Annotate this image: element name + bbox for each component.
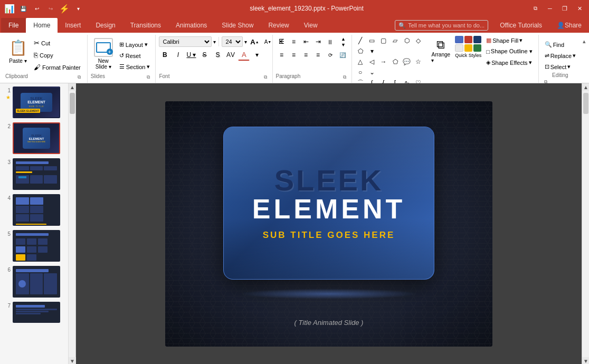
- quick-style-2[interactable]: [464, 36, 472, 43]
- slide-thumb-1[interactable]: SLEEK ELEMENT SUB TITLE SLEEK ELEMENT: [13, 87, 60, 118]
- panel-scroll-thumb[interactable]: [70, 93, 75, 114]
- shape-star-icon[interactable]: ☆: [413, 57, 424, 66]
- panel-scroll-up-button[interactable]: ▲: [69, 83, 76, 91]
- restore-button[interactable]: ❐: [559, 3, 570, 14]
- convert-to-smartart-button[interactable]: 🔄: [337, 49, 348, 61]
- slide-thumb-6[interactable]: [13, 266, 60, 298]
- panel-scroll-down-button[interactable]: ▼: [69, 357, 76, 364]
- decrease-indent-button[interactable]: ⇤: [300, 36, 312, 47]
- shape-oval-icon[interactable]: ○: [355, 68, 366, 77]
- tab-review[interactable]: Review: [261, 18, 296, 33]
- justify-button[interactable]: ≡: [312, 49, 324, 61]
- align-center-button[interactable]: ≡: [288, 49, 300, 61]
- text-highlight-button[interactable]: ▾: [251, 49, 263, 61]
- text-shadow-button[interactable]: S: [212, 49, 223, 61]
- office-tutorials-link[interactable]: Office Tutorials: [492, 18, 549, 33]
- main-slide[interactable]: SLEEK ELEMENT SUB TITLE GOES HERE ( Titl…: [165, 101, 492, 347]
- shape-pentagon-icon[interactable]: ⬠: [390, 57, 401, 66]
- shapes-more-icon[interactable]: ▾: [367, 46, 377, 56]
- save-button[interactable]: 💾: [18, 3, 28, 14]
- slide-item-2[interactable]: 2 SLEEK ELEMENT SUB TITLE GOES HERE: [2, 121, 66, 155]
- arrange-button[interactable]: ⧉ Arrange ▾: [429, 36, 453, 65]
- shape-rect-icon[interactable]: ▭: [367, 36, 377, 45]
- quick-styles-label[interactable]: Quick Styles: [455, 53, 481, 58]
- slide-thumb-5[interactable]: [13, 230, 60, 262]
- font-name-select[interactable]: Calibri: [159, 36, 212, 47]
- shape-rounded-rect-icon[interactable]: ▢: [378, 36, 389, 45]
- font-shrink-button[interactable]: A▼: [262, 36, 273, 47]
- tab-file[interactable]: File: [1, 18, 26, 33]
- close-button[interactable]: ✕: [574, 3, 585, 14]
- text-direction-button[interactable]: ⟳: [325, 49, 336, 61]
- new-slide-button[interactable]: + NewSlide ▾: [91, 36, 116, 72]
- numbered-list-button[interactable]: ≡: [288, 36, 300, 47]
- shape-fill-button[interactable]: ▩ Shape Fill ▾: [483, 36, 535, 45]
- tab-home[interactable]: Home: [26, 18, 58, 33]
- font-size-expand[interactable]: ▾: [244, 39, 247, 45]
- slide-thumb-4[interactable]: [13, 194, 60, 226]
- align-left-button[interactable]: ≡: [276, 49, 288, 61]
- slide-thumb-3[interactable]: [13, 158, 60, 190]
- font-grow-button[interactable]: A▲: [249, 36, 260, 47]
- redo-button[interactable]: ↪: [45, 3, 56, 14]
- select-button[interactable]: ⊡ Select ▾: [542, 62, 574, 71]
- minimize-button[interactable]: ─: [545, 3, 555, 14]
- replace-button[interactable]: ⇌ Replace ▾: [542, 51, 578, 60]
- font-color-button[interactable]: A: [238, 49, 250, 61]
- format-painter-button[interactable]: 🖌 Format Painter: [32, 62, 83, 72]
- canvas-scroll-up-button[interactable]: ▲: [582, 83, 589, 91]
- line-spacing-down-button[interactable]: ▼: [338, 42, 349, 47]
- ribbon-collapse-button[interactable]: ▴: [582, 37, 587, 46]
- quick-style-6[interactable]: [473, 44, 481, 52]
- font-name-expand[interactable]: ▾: [213, 39, 216, 45]
- shape-octagon-icon[interactable]: ⬠: [355, 46, 366, 56]
- line-spacing-up-button[interactable]: ▲: [338, 36, 349, 42]
- quick-style-1[interactable]: [455, 36, 463, 43]
- cut-button[interactable]: ✂ Cut: [32, 38, 83, 48]
- shape-parallelogram-icon[interactable]: ▱: [390, 36, 401, 45]
- find-button[interactable]: 🔍 Find: [542, 40, 567, 49]
- slides-expand-icon[interactable]: ⧉: [145, 73, 152, 81]
- bold-button[interactable]: B: [159, 49, 170, 61]
- shapes-scroll-icon[interactable]: ⌄: [367, 68, 377, 77]
- quick-style-3[interactable]: [473, 36, 481, 43]
- paste-button[interactable]: 📋 Paste ▾: [5, 36, 31, 72]
- shape-callout-icon[interactable]: 💬: [402, 57, 412, 66]
- slide-item-4[interactable]: 4: [2, 193, 66, 227]
- shape-diamond-icon[interactable]: ◇: [413, 36, 424, 45]
- font-expand-icon[interactable]: ⧉: [262, 73, 269, 81]
- tab-animations[interactable]: Animations: [168, 18, 214, 33]
- paragraph-expand-icon[interactable]: ⧉: [341, 73, 348, 81]
- align-right-button[interactable]: ≡: [300, 49, 312, 61]
- copy-button[interactable]: ⎘ Copy: [32, 50, 83, 60]
- columns-button[interactable]: ⫼: [325, 36, 336, 47]
- slide-thumb-7[interactable]: [13, 302, 60, 323]
- shape-outline-button[interactable]: □ Shape Outline ▾: [483, 47, 535, 56]
- tab-slideshow[interactable]: Slide Show: [214, 18, 261, 33]
- help-search[interactable]: 🔍 Tell me what you want to do...: [395, 20, 488, 31]
- shape-triangle-icon[interactable]: △: [355, 57, 366, 66]
- reset-button[interactable]: ↺ Reset: [117, 51, 153, 60]
- share-button[interactable]: 👤 Share: [549, 18, 589, 33]
- spacing-button[interactable]: AV: [225, 49, 236, 61]
- italic-button[interactable]: I: [172, 49, 184, 61]
- shape-line-icon[interactable]: ╱: [355, 36, 366, 45]
- slide-item-5[interactable]: 5: [2, 229, 66, 263]
- layout-button[interactable]: ⊞ Layout ▾: [117, 40, 153, 49]
- underline-button[interactable]: U ▾: [185, 49, 197, 61]
- quick-style-5[interactable]: [464, 44, 472, 52]
- customize-quick-access-button[interactable]: ▾: [73, 3, 83, 14]
- slide-item-3[interactable]: 3: [2, 157, 66, 191]
- quick-style-4[interactable]: [455, 44, 463, 52]
- slide-item-7[interactable]: 7: [2, 301, 66, 324]
- clipboard-expand-icon[interactable]: ⧉: [75, 73, 83, 81]
- shape-trapezoid-icon[interactable]: ⬡: [402, 36, 412, 45]
- tab-design[interactable]: Design: [88, 18, 122, 33]
- shape-arrow-icon[interactable]: →: [378, 57, 389, 66]
- font-size-select[interactable]: 24: [222, 36, 243, 47]
- section-button[interactable]: ☰ Section ▾: [117, 62, 153, 71]
- bullets-button[interactable]: ☰: [276, 36, 288, 47]
- increase-indent-button[interactable]: ⇥: [312, 36, 324, 47]
- tab-view[interactable]: View: [297, 18, 325, 33]
- undo-button[interactable]: ↩: [32, 3, 42, 14]
